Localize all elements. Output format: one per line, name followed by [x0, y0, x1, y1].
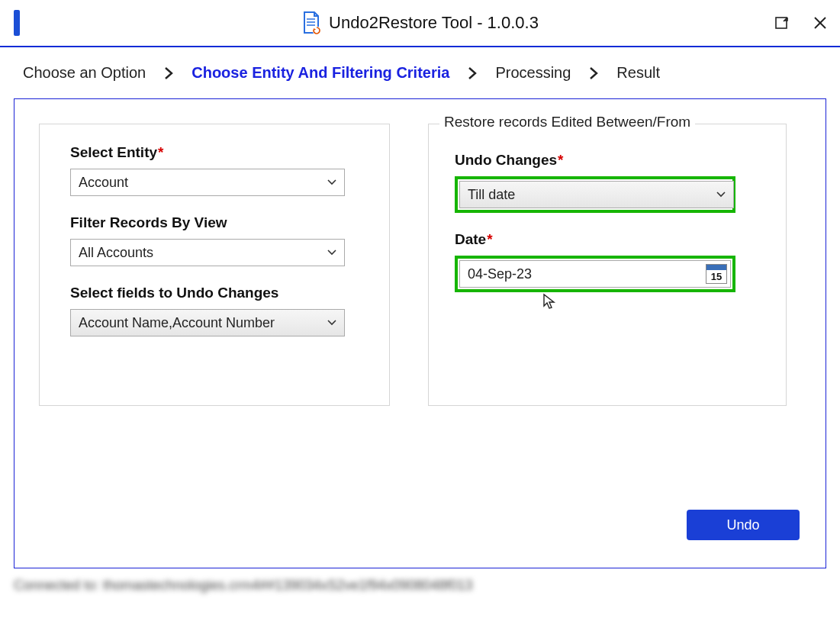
chevron-down-icon — [327, 320, 336, 326]
document-restore-icon — [301, 11, 321, 34]
filter-view-dropdown[interactable]: All Accounts — [70, 239, 345, 266]
status-bar: Connected to: thomastechnologies.crm4##1… — [14, 578, 826, 594]
chevron-down-icon — [327, 179, 336, 185]
select-entity-value: Account — [79, 175, 128, 191]
required-asterisk: * — [487, 231, 492, 247]
date-input[interactable]: 04-Sep-23 15 — [459, 260, 731, 288]
entity-filter-panel: Select Entity* Account Filter Records By… — [39, 124, 390, 406]
calendar-icon[interactable]: 15 — [706, 264, 727, 284]
chevron-right-icon — [589, 66, 598, 80]
chevron-right-icon — [164, 66, 173, 80]
undo-changes-dropdown[interactable]: Till date — [459, 181, 734, 208]
required-asterisk: * — [558, 152, 563, 168]
wizard-breadcrumb: Choose an Option Choose Entity And Filte… — [0, 47, 840, 98]
restore-range-panel: Restore records Edited Between/From Undo… — [428, 124, 787, 406]
breadcrumb-step-choose-entity[interactable]: Choose Entity And Filtering Criteria — [191, 64, 449, 82]
filter-view-label: Filter Records By View — [70, 214, 359, 231]
app-bar-icon — [14, 10, 20, 36]
undo-button[interactable]: Undo — [687, 510, 800, 540]
window-title: Undo2Restore Tool - 1.0.0.3 — [329, 13, 539, 33]
breadcrumb-step-result[interactable]: Result — [616, 64, 660, 82]
main-panel: Select Entity* Account Filter Records By… — [14, 98, 826, 568]
title-bar: Undo2Restore Tool - 1.0.0.3 — [0, 0, 840, 47]
app-logo-left — [0, 10, 20, 36]
date-label-text: Date — [455, 231, 486, 247]
select-entity-dropdown[interactable]: Account — [70, 169, 345, 196]
chevron-down-icon — [716, 192, 726, 198]
restore-window-button[interactable] — [773, 14, 791, 32]
chevron-right-icon — [468, 66, 477, 80]
highlight-undo-changes: Till date — [455, 176, 735, 213]
svg-point-3 — [313, 27, 321, 35]
undo-changes-value: Till date — [468, 187, 515, 203]
date-label: Date* — [455, 231, 760, 248]
select-entity-label-text: Select Entity — [70, 144, 157, 160]
highlight-date: 04-Sep-23 15 — [455, 256, 735, 292]
select-fields-dropdown[interactable]: Account Name,Account Number — [70, 309, 345, 336]
restore-range-legend: Restore records Edited Between/From — [439, 114, 695, 130]
select-fields-label: Select fields to Undo Changes — [70, 285, 359, 301]
select-fields-value: Account Name,Account Number — [79, 315, 275, 331]
select-entity-label: Select Entity* — [70, 144, 359, 161]
breadcrumb-step-choose-option[interactable]: Choose an Option — [23, 64, 146, 82]
chevron-down-icon — [327, 250, 336, 256]
close-window-button[interactable] — [811, 14, 829, 32]
undo-changes-label: Undo Changes* — [455, 152, 760, 169]
filter-view-value: All Accounts — [79, 245, 153, 261]
date-value: 04-Sep-23 — [468, 266, 532, 282]
undo-changes-label-text: Undo Changes — [455, 152, 557, 168]
required-asterisk: * — [158, 144, 163, 160]
breadcrumb-step-processing[interactable]: Processing — [495, 64, 571, 82]
